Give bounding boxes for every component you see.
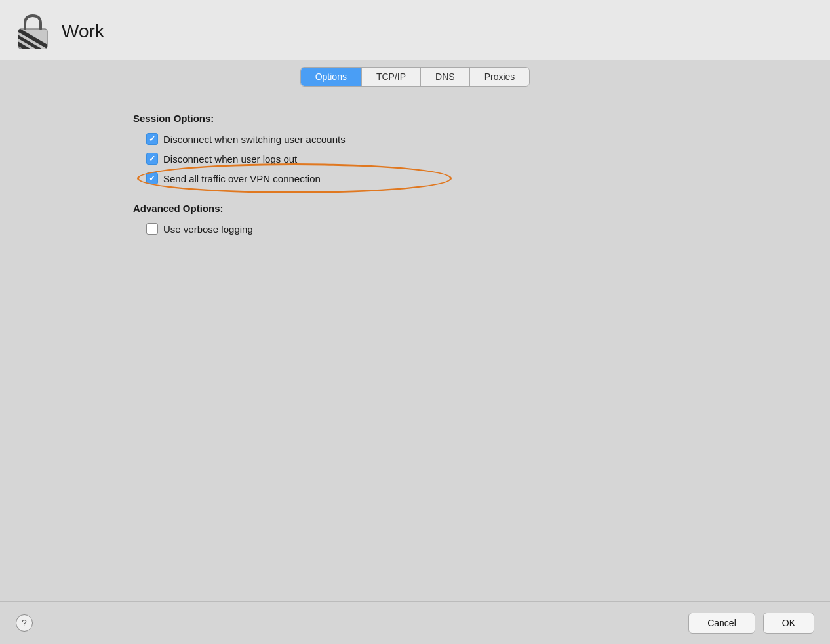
checkbox-send-traffic[interactable]: [146, 172, 158, 184]
checkbox-row-disconnect-switch: Disconnect when switching user accounts: [146, 133, 697, 145]
content-area: Session Options: Disconnect when switchi…: [0, 87, 830, 601]
tab-container: Options TCP/IP DNS Proxies: [300, 67, 530, 87]
panel: Session Options: Disconnect when switchi…: [120, 113, 710, 243]
advanced-options-label: Advanced Options:: [133, 203, 697, 214]
action-buttons: Cancel OK: [688, 613, 814, 634]
window-title: Work: [62, 21, 104, 42]
checkbox-label-disconnect-switch: Disconnect when switching user accounts: [163, 134, 346, 145]
tab-proxies[interactable]: Proxies: [470, 68, 530, 86]
session-options-label: Session Options:: [133, 113, 697, 124]
checkbox-row-verbose-logging: Use verbose logging: [146, 223, 697, 235]
tab-tcpip[interactable]: TCP/IP: [362, 68, 421, 86]
tab-bar: Options TCP/IP DNS Proxies: [0, 60, 830, 87]
checkbox-label-send-traffic: Send all traffic over VPN connection: [163, 173, 321, 184]
title-bar: Work: [0, 0, 830, 60]
tab-options[interactable]: Options: [301, 68, 362, 86]
help-button[interactable]: ?: [16, 614, 33, 632]
checkbox-disconnect-logout[interactable]: [146, 153, 158, 165]
cancel-button[interactable]: Cancel: [688, 613, 755, 634]
checkbox-verbose-logging[interactable]: [146, 223, 158, 235]
checkbox-label-disconnect-logout: Disconnect when user logs out: [163, 153, 297, 165]
checkbox-row-send-traffic: Send all traffic over VPN connection: [146, 172, 697, 184]
checkbox-disconnect-switch[interactable]: [146, 133, 158, 145]
lock-icon: [16, 12, 50, 51]
checkbox-label-verbose-logging: Use verbose logging: [163, 224, 253, 235]
help-icon: ?: [22, 618, 27, 628]
ok-button[interactable]: OK: [763, 613, 814, 634]
tab-dns[interactable]: DNS: [421, 68, 470, 86]
checkbox-row-disconnect-logout: Disconnect when user logs out: [146, 153, 697, 165]
advanced-options-section: Advanced Options: Use verbose logging: [133, 203, 697, 235]
bottom-bar: ? Cancel OK: [0, 601, 830, 644]
